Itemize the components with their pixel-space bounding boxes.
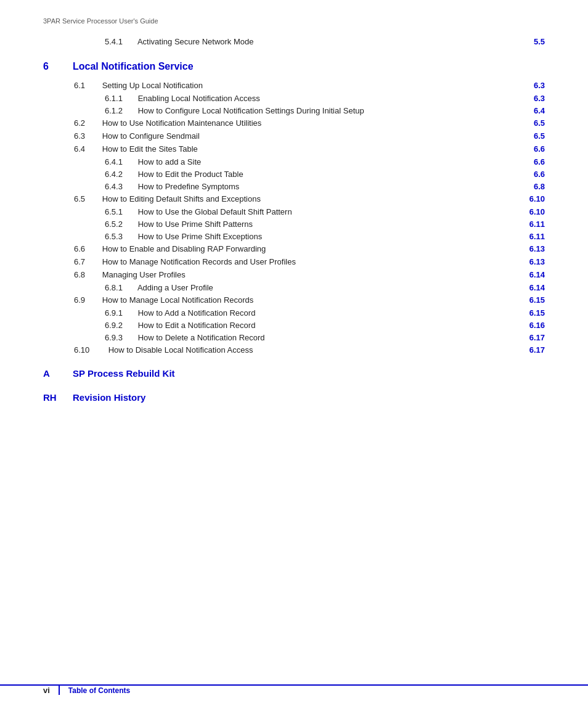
chapter-6-title: Local Notification Service	[73, 61, 194, 72]
num-6-4: 6.4	[74, 144, 100, 154]
page-6-1-2: 6.4	[514, 106, 545, 115]
toc-entry-6-4-2: 6.4.2 How to Edit the Product Table 6.6	[43, 170, 545, 179]
chapter-6-num: 6	[43, 61, 62, 72]
title-6-5-3: How to Use Prime Shift Exceptions	[138, 232, 263, 241]
num-6-8: 6.8	[74, 270, 100, 279]
toc-entry-6-4-1: 6.4.1 How to add a Site 6.6	[43, 157, 545, 166]
toc-content: 5.4.1 Activating Secure Network Mode 5.5…	[0, 31, 588, 456]
toc-entry-6-4-3: 6.4.3 How to Predefine Symptoms 6.8	[43, 182, 545, 191]
page-6-4-3: 6.8	[514, 182, 545, 191]
toc-entry-6-1-2: 6.1.2 How to Configure Local Notificatio…	[43, 106, 545, 115]
appendix-rh-title: Revision History	[73, 392, 145, 403]
page-6-1-1: 6.3	[514, 94, 545, 103]
num-6-7: 6.7	[74, 257, 100, 266]
title-6-4: How to Edit the Sites Table	[102, 144, 198, 154]
page-6-5-2: 6.11	[514, 220, 545, 229]
page-footer: vi Table of Contents	[0, 684, 588, 695]
num-6-1-1: 6.1.1	[105, 94, 136, 103]
header-text: 3PAR Service Processor User's Guide	[43, 17, 158, 25]
num-6-1-2: 6.1.2	[105, 106, 136, 115]
page-6-5: 6.10	[514, 194, 545, 203]
title-6-7: How to Manage Notification Records and U…	[102, 257, 296, 266]
page-header: 3PAR Service Processor User's Guide	[0, 0, 588, 31]
appendix-rh-num: RH	[43, 392, 62, 403]
section-title-5-4-1: Activating Secure Network Mode	[137, 37, 254, 46]
page-6-1: 6.3	[514, 81, 545, 90]
num-6-3: 6.3	[74, 131, 100, 141]
page-6-9-1: 6.15	[514, 308, 545, 318]
page-6-9: 6.15	[514, 295, 545, 305]
toc-entry-6-4: 6.4 How to Edit the Sites Table 6.6	[43, 144, 545, 154]
num-6-5: 6.5	[74, 194, 100, 203]
toc-entry-6-7: 6.7 How to Manage Notification Records a…	[43, 257, 545, 266]
toc-entry-6-9-2: 6.9.2 How to Edit a Notification Record …	[43, 321, 545, 330]
toc-entry-6-1-1: 6.1.1 Enabling Local Notification Access…	[43, 94, 545, 103]
title-6-9: How to Manage Local Notification Records	[102, 295, 254, 305]
toc-entry-6-10: 6.10 How to Disable Local Notification A…	[43, 345, 545, 355]
title-6-5: How to Editing Default Shifts and Except…	[102, 194, 261, 203]
footer-label: Table of Contents	[60, 686, 130, 695]
num-6-5-3: 6.5.3	[105, 232, 136, 241]
title-6-10: How to Disable Local Notification Access	[108, 345, 253, 355]
num-6-9-3: 6.9.3	[105, 333, 136, 342]
num-6-4-3: 6.4.3	[105, 182, 136, 191]
toc-entry-6-8: 6.8 Managing User Profiles 6.14	[43, 270, 545, 279]
appendix-a-title: SP Process Rebuild Kit	[73, 368, 175, 379]
page-6-4-2: 6.6	[514, 170, 545, 179]
title-6-4-3: How to Predefine Symptoms	[138, 182, 240, 191]
num-6-5-1: 6.5.1	[105, 207, 136, 216]
appendix-rh-heading: RH Revision History	[43, 392, 545, 403]
page-6-5-1: 6.10	[514, 207, 545, 216]
num-6-9-2: 6.9.2	[105, 321, 136, 330]
title-6-4-2: How to Edit the Product Table	[138, 170, 243, 179]
page-6-6: 6.13	[514, 244, 545, 253]
toc-entry-6-1: 6.1 Setting Up Local Notification 6.3	[43, 81, 545, 90]
chapter-6-heading: 6 Local Notification Service	[43, 61, 545, 72]
title-6-2: How to Use Notification Maintenance Util…	[102, 118, 262, 128]
title-6-9-2: How to Edit a Notification Record	[138, 321, 256, 330]
title-6-1: Setting Up Local Notification	[102, 81, 203, 90]
page-6-2: 6.5	[514, 118, 545, 128]
num-6-2: 6.2	[74, 118, 100, 128]
toc-entry-6-9-1: 6.9.1 How to Add a Notification Record 6…	[43, 308, 545, 318]
toc-entry-6-5: 6.5 How to Editing Default Shifts and Ex…	[43, 194, 545, 203]
title-6-4-1: How to add a Site	[138, 157, 202, 166]
page-6-9-3: 6.17	[514, 333, 545, 342]
num-6-8-1: 6.8.1	[105, 283, 136, 292]
title-6-8: Managing User Profiles	[102, 270, 186, 279]
title-6-5-1: How to Use the Global Default Shift Patt…	[138, 207, 292, 216]
num-6-4-1: 6.4.1	[105, 157, 136, 166]
num-6-9-1: 6.9.1	[105, 308, 136, 318]
footer-page-num: vi	[43, 686, 60, 695]
section-num-5-4-1: 5.4.1	[105, 37, 136, 46]
page-6-4: 6.6	[514, 144, 545, 154]
appendix-a-num: A	[43, 368, 62, 379]
title-6-1-2: How to Configure Local Notification Sett…	[138, 106, 364, 115]
toc-entry-5-4-1: 5.4.1 Activating Secure Network Mode 5.5	[43, 37, 545, 46]
page-6-8-1: 6.14	[514, 283, 545, 292]
title-6-6: How to Enable and Disabling RAP Forwardi…	[102, 244, 266, 253]
toc-entry-6-9-3: 6.9.3 How to Delete a Notification Recor…	[43, 333, 545, 342]
page-6-4-1: 6.6	[514, 157, 545, 166]
toc-entry-6-9: 6.9 How to Manage Local Notification Rec…	[43, 295, 545, 305]
toc-entry-6-3: 6.3 How to Configure Sendmail 6.5	[43, 131, 545, 141]
page-6-5-3: 6.11	[514, 232, 545, 241]
num-6-4-2: 6.4.2	[105, 170, 136, 179]
title-6-9-1: How to Add a Notification Record	[138, 308, 256, 318]
num-6-9: 6.9	[74, 295, 100, 305]
num-6-5-2: 6.5.2	[105, 220, 136, 229]
num-6-1: 6.1	[74, 81, 100, 90]
title-6-5-2: How to Use Prime Shift Patterns	[138, 220, 253, 229]
page-6-8: 6.14	[514, 270, 545, 279]
toc-entry-6-5-2: 6.5.2 How to Use Prime Shift Patterns 6.…	[43, 220, 545, 229]
page-6-10: 6.17	[514, 345, 545, 355]
toc-entry-6-6: 6.6 How to Enable and Disabling RAP Forw…	[43, 244, 545, 253]
toc-entry-6-5-3: 6.5.3 How to Use Prime Shift Exceptions …	[43, 232, 545, 241]
page-6-3: 6.5	[514, 131, 545, 141]
page-num-5-4-1: 5.5	[514, 37, 545, 46]
toc-entry-6-8-1: 6.8.1 Adding a User Profile 6.14	[43, 283, 545, 292]
num-6-6: 6.6	[74, 244, 100, 253]
toc-entry-6-5-1: 6.5.1 How to Use the Global Default Shif…	[43, 207, 545, 216]
title-6-9-3: How to Delete a Notification Record	[138, 333, 265, 342]
title-6-1-1: Enabling Local Notification Access	[138, 94, 260, 103]
